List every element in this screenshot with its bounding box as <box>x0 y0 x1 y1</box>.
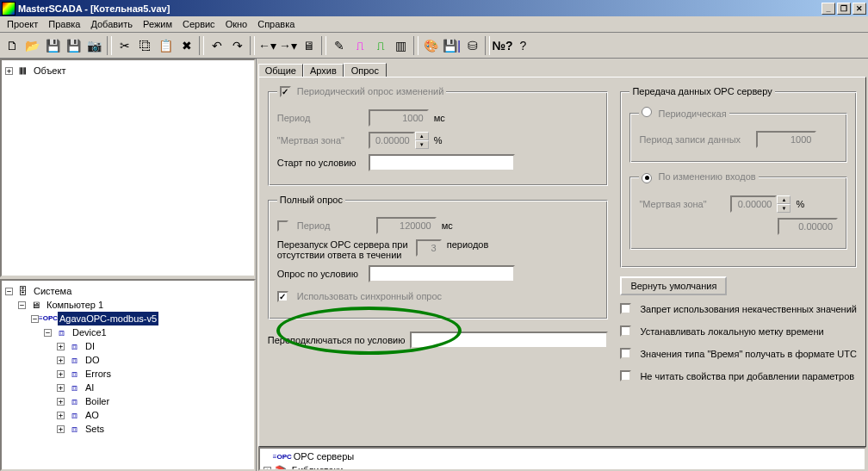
tree-item[interactable]: +⧈Sets <box>57 422 251 436</box>
expand-icon[interactable]: + <box>57 384 65 392</box>
redo-icon[interactable]: ↷ <box>227 36 247 55</box>
deadzone-input[interactable] <box>369 132 415 149</box>
tree-item[interactable]: +⧈AO <box>57 408 251 422</box>
deadzone-spinner[interactable]: ▲▼ <box>415 132 429 149</box>
tree-item-label: Sets <box>84 422 106 436</box>
menu-service[interactable]: Сервис <box>177 17 220 31</box>
start-cond-input[interactable] <box>369 154 515 171</box>
option-checkbox[interactable] <box>620 325 631 337</box>
computer-icon: 🖥 <box>28 299 42 311</box>
periodic-send-radio[interactable] <box>642 107 652 117</box>
copy-icon[interactable]: ⿻ <box>135 36 155 55</box>
minimize-button[interactable]: _ <box>822 3 835 15</box>
monitor-icon[interactable]: 🖥 <box>299 36 319 55</box>
option-checkbox[interactable] <box>620 303 631 314</box>
tree-device[interactable]: − ⧈ Device1 <box>44 325 251 339</box>
tree-opc-server[interactable]: − ≡OPC AgavaOPC-modbus-v5 <box>31 312 251 325</box>
camera-icon[interactable]: 📷 <box>84 36 104 55</box>
group-full-poll: Полный опрос Период мс Перезапуск OPC се… <box>268 195 609 319</box>
collapse-icon[interactable]: − <box>44 329 52 337</box>
expand-icon[interactable]: + <box>264 467 271 472</box>
write-period-input[interactable] <box>756 131 816 148</box>
collapse-icon[interactable]: − <box>31 315 39 323</box>
option-row: Устанавливать локальную метку времени <box>620 323 857 340</box>
collapse-icon[interactable]: − <box>18 301 26 309</box>
tree-item-label: DO <box>84 353 102 367</box>
sync-poll-checkbox[interactable]: ✓ <box>277 291 288 302</box>
tree-item[interactable]: +⧈Errors <box>57 367 251 381</box>
menu-mode[interactable]: Режим <box>138 17 177 31</box>
collapse-icon[interactable]: − <box>5 288 13 295</box>
expand-icon[interactable]: + <box>57 425 65 433</box>
send-dead-input[interactable] <box>730 195 777 213</box>
tree-item[interactable]: +⧈DO <box>57 353 251 367</box>
menu-project[interactable]: Проект <box>2 17 43 31</box>
paste-icon[interactable]: 📋 <box>156 36 176 55</box>
maximize-button[interactable]: ❐ <box>837 3 851 15</box>
tree-item[interactable]: +⧈DI <box>57 339 251 353</box>
drive-icon[interactable]: ⛁ <box>462 36 482 55</box>
wave2-icon[interactable]: ⎍ <box>370 36 390 55</box>
expand-icon[interactable]: + <box>5 67 13 75</box>
close-button[interactable]: ✕ <box>852 3 866 15</box>
ladder-icon: ⧈ <box>67 368 81 380</box>
delete-icon[interactable]: ✖ <box>177 36 196 55</box>
send-dead-label: "Мертвая зона" <box>639 199 725 209</box>
send-dead-spinner[interactable]: ▲▼ <box>777 195 790 213</box>
period-label: Период <box>277 113 363 123</box>
menu-help[interactable]: Справка <box>252 17 300 31</box>
tree-system[interactable]: − 🗄 Система <box>5 284 251 298</box>
periodic-poll-checkbox[interactable]: ✓ <box>280 86 291 97</box>
tree-root-object[interactable]: + ⦀⦀ Объект <box>5 64 251 77</box>
onchange-send-label: По изменению входов <box>658 171 755 182</box>
cut-icon[interactable]: ✂ <box>115 36 134 55</box>
option-row: Запрет использования некачественных знач… <box>620 301 857 318</box>
expand-icon[interactable]: + <box>57 370 65 378</box>
expand-icon[interactable]: + <box>57 356 65 364</box>
poll-cond-input[interactable] <box>369 265 515 282</box>
title-bar: MasterSCADA - [Котельная5.vav] _ ❐ ✕ <box>0 0 868 16</box>
pen-icon[interactable]: ✎ <box>329 36 349 55</box>
option-label: Устанавливать локальную метку времени <box>640 326 823 337</box>
save-icon[interactable]: 💾 <box>43 36 63 55</box>
expand-icon[interactable]: + <box>57 398 65 406</box>
menu-edit[interactable]: Правка <box>43 17 85 31</box>
lib-opc-servers[interactable]: ≡OPC OPC серверы <box>264 449 861 463</box>
menu-add[interactable]: Добавить <box>85 17 138 31</box>
expand-icon[interactable]: + <box>57 343 65 350</box>
back-icon[interactable]: ←▾ <box>257 36 277 55</box>
expand-icon[interactable]: + <box>57 412 65 419</box>
ladder-icon: ⧈ <box>67 354 81 366</box>
window-controls: _ ❐ ✕ <box>822 3 866 15</box>
restart-periods-input[interactable] <box>416 239 442 257</box>
tree-computer[interactable]: − 🖥 Компьютер 1 <box>18 298 251 312</box>
group-periodic-send: Периодическая Период записи данных <box>629 107 847 163</box>
option-checkbox[interactable] <box>620 348 631 359</box>
palette-icon[interactable]: 🎨 <box>421 36 441 55</box>
period-input[interactable] <box>369 109 429 127</box>
full-period-input[interactable] <box>376 217 437 234</box>
lib-libraries[interactable]: + 📚 Библиотеки <box>264 463 861 471</box>
onchange-send-radio[interactable] <box>642 173 652 183</box>
tree-item[interactable]: +⧈AI <box>57 381 251 394</box>
about-icon[interactable]: ? <box>513 36 533 55</box>
open-icon[interactable]: 📂 <box>22 36 42 55</box>
chart-icon[interactable]: ▥ <box>391 36 411 55</box>
wave1-icon[interactable]: ⎍ <box>350 36 369 55</box>
help-icon[interactable]: №? <box>493 36 512 55</box>
disk2-icon[interactable]: 💾| <box>442 36 462 55</box>
undo-icon[interactable]: ↶ <box>207 36 226 55</box>
option-checkbox[interactable] <box>620 370 631 381</box>
tab-poll[interactable]: Опрос <box>344 63 387 77</box>
send-extra-input[interactable] <box>778 218 838 235</box>
menu-window[interactable]: Окно <box>220 17 253 31</box>
fwd-icon[interactable]: →▾ <box>278 36 298 55</box>
deadzone-label: "Мертвая зона" <box>277 135 363 146</box>
full-period-checkbox[interactable] <box>277 220 288 232</box>
reconnect-input[interactable] <box>410 332 608 349</box>
tree-item[interactable]: +⧈Boiler <box>57 394 251 408</box>
option-label: Значения типа "Время" получать в формате… <box>640 349 856 359</box>
new-icon[interactable]: 🗋 <box>2 36 22 55</box>
restore-defaults-button[interactable]: Вернуть умолчания <box>620 276 727 295</box>
saveall-icon[interactable]: 💾 <box>64 36 84 55</box>
